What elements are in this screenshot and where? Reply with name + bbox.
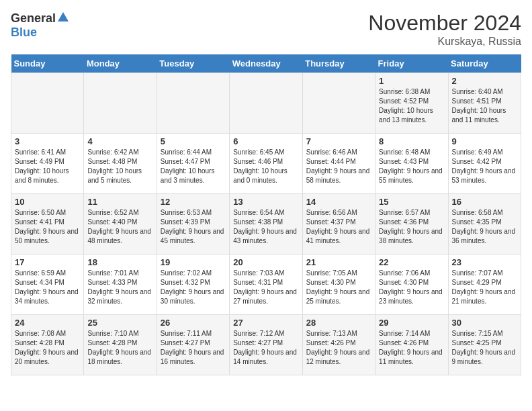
day-info: Sunrise: 6:52 AM Sunset: 4:40 PM Dayligh… — [87, 208, 152, 246]
logo-triangle-icon — [57, 11, 69, 23]
day-number: 28 — [306, 318, 371, 328]
week-row-1: 1Sunrise: 6:38 AM Sunset: 4:52 PM Daylig… — [11, 73, 521, 134]
day-info: Sunrise: 6:38 AM Sunset: 4:52 PM Dayligh… — [379, 87, 444, 125]
header-cell-wednesday: Wednesday — [230, 54, 302, 73]
day-cell: 10Sunrise: 6:50 AM Sunset: 4:41 PM Dayli… — [11, 194, 84, 255]
day-info: Sunrise: 6:40 AM Sunset: 4:51 PM Dayligh… — [452, 87, 517, 125]
day-cell: 26Sunrise: 7:11 AM Sunset: 4:27 PM Dayli… — [157, 315, 229, 375]
day-info: Sunrise: 7:14 AM Sunset: 4:26 PM Dayligh… — [379, 329, 444, 367]
day-number: 4 — [87, 136, 152, 146]
day-number: 11 — [87, 197, 152, 207]
day-cell: 2Sunrise: 6:40 AM Sunset: 4:51 PM Daylig… — [448, 73, 521, 134]
day-number: 17 — [15, 257, 80, 267]
day-number: 9 — [452, 136, 517, 146]
day-info: Sunrise: 6:42 AM Sunset: 4:48 PM Dayligh… — [87, 148, 152, 185]
day-info: Sunrise: 6:56 AM Sunset: 4:37 PM Dayligh… — [306, 208, 371, 246]
calendar-table: SundayMondayTuesdayWednesdayThursdayFrid… — [11, 54, 521, 375]
day-info: Sunrise: 6:49 AM Sunset: 4:42 PM Dayligh… — [452, 148, 517, 185]
day-info: Sunrise: 6:46 AM Sunset: 4:44 PM Dayligh… — [306, 148, 371, 185]
day-number: 26 — [161, 318, 226, 328]
day-info: Sunrise: 6:48 AM Sunset: 4:43 PM Dayligh… — [379, 148, 444, 185]
day-cell: 18Sunrise: 7:01 AM Sunset: 4:33 PM Dayli… — [84, 255, 157, 315]
day-cell: 28Sunrise: 7:13 AM Sunset: 4:26 PM Dayli… — [302, 315, 375, 375]
day-cell: 6Sunrise: 6:45 AM Sunset: 4:46 PM Daylig… — [230, 134, 302, 194]
day-cell: 20Sunrise: 7:03 AM Sunset: 4:31 PM Dayli… — [230, 255, 302, 315]
day-number: 7 — [306, 136, 371, 146]
day-cell: 24Sunrise: 7:08 AM Sunset: 4:28 PM Dayli… — [11, 315, 84, 375]
day-info: Sunrise: 7:13 AM Sunset: 4:26 PM Dayligh… — [306, 329, 371, 367]
day-number: 29 — [379, 318, 444, 328]
day-info: Sunrise: 6:45 AM Sunset: 4:46 PM Dayligh… — [233, 148, 298, 185]
day-number: 3 — [15, 136, 80, 146]
header-cell-sunday: Sunday — [11, 54, 84, 73]
day-info: Sunrise: 7:07 AM Sunset: 4:29 PM Dayligh… — [452, 269, 517, 306]
day-cell: 12Sunrise: 6:53 AM Sunset: 4:39 PM Dayli… — [157, 194, 229, 255]
day-info: Sunrise: 6:58 AM Sunset: 4:35 PM Dayligh… — [452, 208, 517, 246]
header-cell-friday: Friday — [375, 54, 448, 73]
header-cell-monday: Monday — [84, 54, 157, 73]
day-number: 18 — [87, 257, 152, 267]
header: General Blue November 2024 Kurskaya, Rus… — [11, 11, 521, 48]
logo-blue: Blue — [11, 26, 37, 40]
calendar-body: 1Sunrise: 6:38 AM Sunset: 4:52 PM Daylig… — [11, 73, 521, 375]
day-cell: 4Sunrise: 6:42 AM Sunset: 4:48 PM Daylig… — [84, 134, 157, 194]
day-cell: 5Sunrise: 6:44 AM Sunset: 4:47 PM Daylig… — [157, 134, 229, 194]
day-number: 20 — [233, 257, 298, 267]
header-cell-thursday: Thursday — [302, 54, 375, 73]
day-cell — [230, 73, 302, 134]
day-info: Sunrise: 6:41 AM Sunset: 4:49 PM Dayligh… — [15, 148, 80, 185]
day-info: Sunrise: 7:12 AM Sunset: 4:27 PM Dayligh… — [233, 329, 298, 367]
day-info: Sunrise: 7:05 AM Sunset: 4:30 PM Dayligh… — [306, 269, 371, 306]
week-row-4: 17Sunrise: 6:59 AM Sunset: 4:34 PM Dayli… — [11, 255, 521, 315]
day-number: 25 — [87, 318, 152, 328]
day-number: 10 — [15, 197, 80, 207]
day-number: 14 — [306, 197, 371, 207]
day-number: 22 — [379, 257, 444, 267]
day-cell: 17Sunrise: 6:59 AM Sunset: 4:34 PM Dayli… — [11, 255, 84, 315]
day-number: 16 — [452, 197, 517, 207]
day-cell: 29Sunrise: 7:14 AM Sunset: 4:26 PM Dayli… — [375, 315, 448, 375]
day-info: Sunrise: 7:01 AM Sunset: 4:33 PM Dayligh… — [87, 269, 152, 306]
day-cell: 1Sunrise: 6:38 AM Sunset: 4:52 PM Daylig… — [375, 73, 448, 134]
week-row-5: 24Sunrise: 7:08 AM Sunset: 4:28 PM Dayli… — [11, 315, 521, 375]
title-area: November 2024 Kurskaya, Russia — [368, 11, 521, 48]
day-cell: 14Sunrise: 6:56 AM Sunset: 4:37 PM Dayli… — [302, 194, 375, 255]
svg-marker-0 — [58, 12, 69, 21]
day-number: 27 — [233, 318, 298, 328]
day-number: 6 — [233, 136, 298, 146]
day-number: 21 — [306, 257, 371, 267]
day-number: 19 — [161, 257, 226, 267]
day-cell: 13Sunrise: 6:54 AM Sunset: 4:38 PM Dayli… — [230, 194, 302, 255]
day-number: 2 — [452, 76, 517, 86]
day-number: 5 — [161, 136, 226, 146]
week-row-3: 10Sunrise: 6:50 AM Sunset: 4:41 PM Dayli… — [11, 194, 521, 255]
day-number: 15 — [379, 197, 444, 207]
day-info: Sunrise: 7:10 AM Sunset: 4:28 PM Dayligh… — [87, 329, 152, 367]
day-number: 13 — [233, 197, 298, 207]
location-title: Kurskaya, Russia — [368, 36, 521, 48]
day-cell: 9Sunrise: 6:49 AM Sunset: 4:42 PM Daylig… — [448, 134, 521, 194]
logo-general: General — [11, 11, 56, 26]
calendar-header-row: SundayMondayTuesdayWednesdayThursdayFrid… — [11, 54, 521, 73]
day-cell: 8Sunrise: 6:48 AM Sunset: 4:43 PM Daylig… — [375, 134, 448, 194]
day-info: Sunrise: 6:54 AM Sunset: 4:38 PM Dayligh… — [233, 208, 298, 246]
day-cell: 21Sunrise: 7:05 AM Sunset: 4:30 PM Dayli… — [302, 255, 375, 315]
day-info: Sunrise: 6:59 AM Sunset: 4:34 PM Dayligh… — [15, 269, 80, 306]
day-cell: 27Sunrise: 7:12 AM Sunset: 4:27 PM Dayli… — [230, 315, 302, 375]
day-cell: 23Sunrise: 7:07 AM Sunset: 4:29 PM Dayli… — [448, 255, 521, 315]
day-cell: 16Sunrise: 6:58 AM Sunset: 4:35 PM Dayli… — [448, 194, 521, 255]
day-number: 1 — [379, 76, 444, 86]
day-info: Sunrise: 7:06 AM Sunset: 4:30 PM Dayligh… — [379, 269, 444, 306]
day-number: 12 — [161, 197, 226, 207]
day-cell: 3Sunrise: 6:41 AM Sunset: 4:49 PM Daylig… — [11, 134, 84, 194]
logo: General Blue — [11, 11, 69, 40]
day-number: 24 — [15, 318, 80, 328]
day-info: Sunrise: 7:08 AM Sunset: 4:28 PM Dayligh… — [15, 329, 80, 367]
header-cell-tuesday: Tuesday — [157, 54, 229, 73]
day-number: 23 — [452, 257, 517, 267]
day-cell — [84, 73, 157, 134]
day-info: Sunrise: 7:15 AM Sunset: 4:25 PM Dayligh… — [452, 329, 517, 367]
day-number: 8 — [379, 136, 444, 146]
month-title: November 2024 — [368, 11, 521, 36]
day-cell — [11, 73, 84, 134]
